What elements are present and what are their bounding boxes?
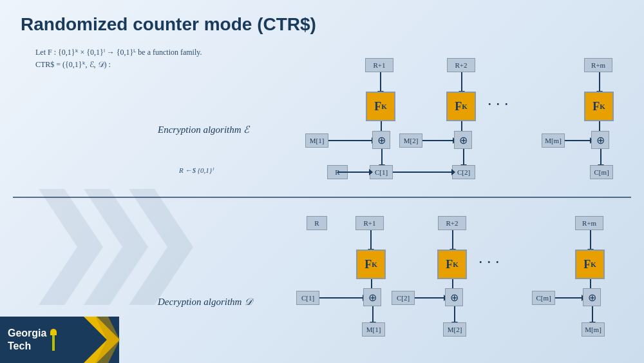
dec-c1-box: C[1] (296, 291, 319, 305)
enc-r1-box: R+1 (365, 58, 393, 72)
dec-m2-box: M[2] (443, 322, 466, 337)
enc-mm-box: M[m] (542, 133, 565, 148)
dec-r1-box: R+1 (355, 216, 384, 230)
r-sample-label: R ←$ {0,1}ˡ (179, 166, 213, 175)
gt-text: Georgia Tech (8, 327, 46, 353)
arr-enc-xorm-cm (600, 149, 601, 165)
dec-r2-box: R+2 (438, 216, 466, 230)
arr-dec-xor1-m1 (372, 306, 374, 322)
arr-enc-mm-xor (565, 140, 591, 141)
arr-enc-m1-xor (328, 140, 372, 141)
arr-dec-xor2-m2 (454, 306, 455, 322)
gt-logo: Georgia Tech (8, 327, 57, 353)
section-divider (13, 197, 631, 198)
arr-dec-c2-xor (415, 297, 444, 299)
svg-marker-4 (95, 317, 120, 363)
arr-dec-rm-fk (590, 230, 591, 250)
dec-r-box: R (307, 216, 327, 230)
gt-chevrons (84, 317, 120, 363)
arr-enc-xor1-c1 (381, 149, 383, 165)
enc-cm-box: C[m] (590, 165, 613, 179)
encryption-label: Encryption algorithm ℰ (158, 124, 249, 135)
enc-fk2-box: FK (446, 92, 476, 121)
svg-marker-0 (39, 189, 103, 305)
dec-fk1-box: FK (356, 250, 386, 279)
arr-enc-r2-fk (461, 72, 462, 92)
dec-xor1: ⊕ (363, 288, 381, 306)
enc-rm-box: R+m (584, 58, 612, 72)
enc-c2-box: C[2] (452, 165, 475, 179)
gt-georgia: Georgia (8, 327, 46, 340)
dec-cm-box: C[m] (532, 291, 555, 305)
gt-torch-icon (50, 329, 57, 351)
enc-c1-box: C[1] (370, 165, 393, 179)
enc-fkm-box: FK (584, 92, 614, 121)
arr-dec-r1-fk (370, 230, 372, 250)
gt-tech: Tech (8, 340, 46, 353)
arr-enc-c1-c2 (393, 172, 452, 173)
enc-m2-box: M[2] (399, 133, 422, 148)
watermark (39, 157, 232, 337)
dec-mm-box: M[m] (582, 322, 605, 337)
footer: Georgia Tech (0, 317, 119, 363)
subtitle-line2: CTR$ = ({0,1}ᵏ, ℰ, 𝒟) : (35, 59, 202, 71)
dec-c2-box: C[2] (392, 291, 415, 305)
arr-enc-m2-xor (422, 140, 453, 141)
enc-xor-m: ⊕ (591, 131, 609, 149)
enc-dots: · · · (488, 98, 509, 112)
enc-fk1-box: FK (366, 92, 395, 121)
arr-dec-c1-xor (319, 297, 363, 299)
arr-dec-xorm-mm (592, 306, 593, 322)
arr-enc-r1-fk (380, 72, 381, 92)
enc-r2-box: R+2 (447, 58, 475, 72)
dec-rm-box: R+m (575, 216, 603, 230)
arr-dec-r2-fk (452, 230, 453, 250)
page-title: Randomized counter mode (CTR$) (21, 14, 316, 35)
enc-xor1: ⊕ (372, 131, 390, 149)
dec-dots: · · · (479, 256, 500, 270)
dec-xorm: ⊕ (583, 288, 601, 306)
subtitle-line1: Let F : {0,1}ᵏ × {0,1}ˡ → {0,1}ᴸ be a fu… (35, 46, 202, 59)
enc-m1-box: M[1] (305, 133, 328, 148)
dec-fkm-box: FK (575, 250, 605, 279)
subtitle-block: Let F : {0,1}ᵏ × {0,1}ˡ → {0,1}ᴸ be a fu… (35, 46, 202, 71)
arr-enc-xor2-c2 (463, 149, 464, 165)
decryption-label: Decryption algorithm 𝒟 (158, 297, 252, 308)
arr-dec-cm-xor (555, 297, 582, 299)
enc-xor2: ⊕ (454, 131, 472, 149)
dec-xor2: ⊕ (445, 288, 463, 306)
arr-enc-r-c1 (337, 172, 370, 173)
dec-fk2-box: FK (437, 250, 467, 279)
arr-enc-rm-fk (599, 72, 600, 92)
dec-m1-box: M[1] (362, 322, 385, 337)
